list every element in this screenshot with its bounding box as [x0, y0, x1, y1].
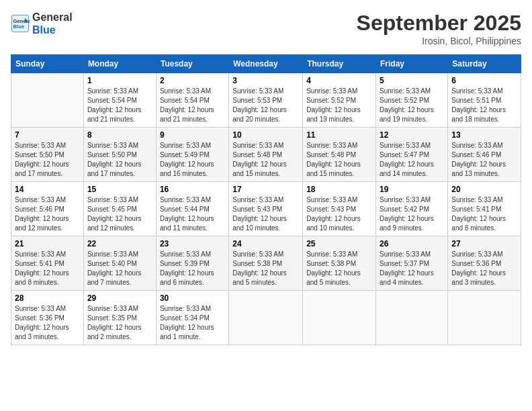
- day-info: Sunrise: 5:33 AM Sunset: 5:52 PM Dayligh…: [380, 87, 444, 124]
- day-info: Sunrise: 5:33 AM Sunset: 5:53 PM Dayligh…: [232, 87, 299, 124]
- day-number: 9: [160, 130, 225, 140]
- day-number: 20: [451, 185, 517, 194]
- day-number: 6: [451, 76, 517, 85]
- day-number: 25: [306, 239, 372, 248]
- day-number: 26: [380, 239, 444, 248]
- day-number: 23: [160, 239, 225, 248]
- calendar-cell: 15Sunrise: 5:33 AM Sunset: 5:45 PM Dayli…: [83, 182, 156, 236]
- calendar-cell: 4Sunrise: 5:33 AM Sunset: 5:52 PM Daylig…: [303, 73, 376, 128]
- day-info: Sunrise: 5:33 AM Sunset: 5:36 PM Dayligh…: [15, 304, 80, 342]
- col-header-saturday: Saturday: [448, 55, 521, 73]
- day-number: 21: [15, 239, 80, 248]
- svg-text:Blue: Blue: [13, 24, 25, 30]
- day-info: Sunrise: 5:33 AM Sunset: 5:44 PM Dayligh…: [160, 195, 225, 233]
- day-info: Sunrise: 5:33 AM Sunset: 5:36 PM Dayligh…: [451, 250, 517, 287]
- calendar-cell: 27Sunrise: 5:33 AM Sunset: 5:36 PM Dayli…: [448, 236, 521, 291]
- page-header: General Blue General Blue September 2025…: [11, 11, 521, 46]
- day-info: Sunrise: 5:33 AM Sunset: 5:40 PM Dayligh…: [87, 250, 152, 287]
- day-number: 24: [232, 239, 299, 248]
- day-number: 28: [15, 293, 80, 303]
- col-header-sunday: Sunday: [11, 55, 84, 73]
- day-info: Sunrise: 5:33 AM Sunset: 5:37 PM Dayligh…: [380, 250, 444, 287]
- day-info: Sunrise: 5:33 AM Sunset: 5:38 PM Dayligh…: [306, 250, 372, 287]
- calendar-cell: 19Sunrise: 5:33 AM Sunset: 5:42 PM Dayli…: [376, 182, 448, 236]
- calendar-cell: 14Sunrise: 5:33 AM Sunset: 5:46 PM Dayli…: [11, 182, 84, 236]
- day-info: Sunrise: 5:33 AM Sunset: 5:41 PM Dayligh…: [451, 195, 517, 233]
- calendar-cell: 8Sunrise: 5:33 AM Sunset: 5:50 PM Daylig…: [83, 128, 156, 182]
- day-info: Sunrise: 5:33 AM Sunset: 5:41 PM Dayligh…: [15, 250, 80, 287]
- logo-text-blue: Blue: [32, 24, 73, 36]
- day-number: 22: [87, 239, 152, 248]
- col-header-monday: Monday: [83, 55, 156, 73]
- day-number: 12: [380, 130, 444, 140]
- day-info: Sunrise: 5:33 AM Sunset: 5:45 PM Dayligh…: [87, 195, 152, 233]
- calendar-week-3: 14Sunrise: 5:33 AM Sunset: 5:46 PM Dayli…: [11, 182, 521, 236]
- day-info: Sunrise: 5:33 AM Sunset: 5:51 PM Dayligh…: [451, 87, 517, 124]
- day-number: 15: [87, 185, 152, 194]
- logo-text-general: General: [32, 11, 73, 24]
- calendar-cell: [303, 291, 376, 345]
- col-header-thursday: Thursday: [303, 55, 376, 73]
- calendar-cell: 18Sunrise: 5:33 AM Sunset: 5:43 PM Dayli…: [303, 182, 376, 236]
- day-info: Sunrise: 5:33 AM Sunset: 5:50 PM Dayligh…: [15, 141, 80, 179]
- day-info: Sunrise: 5:33 AM Sunset: 5:43 PM Dayligh…: [306, 195, 372, 233]
- calendar-cell: 9Sunrise: 5:33 AM Sunset: 5:49 PM Daylig…: [156, 128, 228, 182]
- day-info: Sunrise: 5:33 AM Sunset: 5:39 PM Dayligh…: [160, 250, 225, 287]
- day-info: Sunrise: 5:33 AM Sunset: 5:52 PM Dayligh…: [306, 87, 372, 124]
- day-info: Sunrise: 5:33 AM Sunset: 5:48 PM Dayligh…: [306, 141, 372, 179]
- day-number: 3: [232, 76, 299, 85]
- calendar-cell: 2Sunrise: 5:33 AM Sunset: 5:54 PM Daylig…: [156, 73, 228, 128]
- day-number: 18: [306, 185, 372, 194]
- day-info: Sunrise: 5:33 AM Sunset: 5:38 PM Dayligh…: [232, 250, 299, 287]
- day-number: 27: [451, 239, 517, 248]
- day-number: 17: [232, 185, 299, 194]
- month-title: September 2025: [357, 11, 521, 36]
- day-info: Sunrise: 5:33 AM Sunset: 5:47 PM Dayligh…: [380, 141, 444, 179]
- day-number: 16: [160, 185, 225, 194]
- calendar-table: SundayMondayTuesdayWednesdayThursdayFrid…: [11, 54, 521, 345]
- day-info: Sunrise: 5:33 AM Sunset: 5:46 PM Dayligh…: [451, 141, 517, 179]
- location-subtitle: Irosin, Bicol, Philippines: [357, 36, 521, 46]
- calendar-cell: 26Sunrise: 5:33 AM Sunset: 5:37 PM Dayli…: [376, 236, 448, 291]
- day-info: Sunrise: 5:33 AM Sunset: 5:35 PM Dayligh…: [87, 304, 152, 342]
- day-info: Sunrise: 5:33 AM Sunset: 5:46 PM Dayligh…: [15, 195, 80, 233]
- calendar-cell: 5Sunrise: 5:33 AM Sunset: 5:52 PM Daylig…: [376, 73, 448, 128]
- day-info: Sunrise: 5:33 AM Sunset: 5:50 PM Dayligh…: [87, 141, 152, 179]
- day-info: Sunrise: 5:33 AM Sunset: 5:54 PM Dayligh…: [160, 87, 225, 124]
- calendar-cell: 6Sunrise: 5:33 AM Sunset: 5:51 PM Daylig…: [448, 73, 521, 128]
- day-number: 19: [380, 185, 444, 194]
- calendar-cell: 17Sunrise: 5:33 AM Sunset: 5:43 PM Dayli…: [229, 182, 303, 236]
- calendar-cell: 30Sunrise: 5:33 AM Sunset: 5:34 PM Dayli…: [156, 291, 228, 345]
- calendar-cell: 28Sunrise: 5:33 AM Sunset: 5:36 PM Dayli…: [11, 291, 84, 345]
- calendar-cell: 3Sunrise: 5:33 AM Sunset: 5:53 PM Daylig…: [229, 73, 303, 128]
- day-number: 29: [87, 293, 152, 303]
- day-number: 13: [451, 130, 517, 140]
- calendar-cell: 16Sunrise: 5:33 AM Sunset: 5:44 PM Dayli…: [156, 182, 228, 236]
- col-header-wednesday: Wednesday: [229, 55, 303, 73]
- calendar-cell: 12Sunrise: 5:33 AM Sunset: 5:47 PM Dayli…: [376, 128, 448, 182]
- calendar-week-5: 28Sunrise: 5:33 AM Sunset: 5:36 PM Dayli…: [11, 291, 521, 345]
- calendar-cell: 1Sunrise: 5:33 AM Sunset: 5:54 PM Daylig…: [83, 73, 156, 128]
- calendar-cell: 21Sunrise: 5:33 AM Sunset: 5:41 PM Dayli…: [11, 236, 84, 291]
- logo-icon: General Blue: [11, 14, 30, 33]
- title-block: September 2025 Irosin, Bicol, Philippine…: [357, 11, 521, 46]
- day-info: Sunrise: 5:33 AM Sunset: 5:48 PM Dayligh…: [232, 141, 299, 179]
- calendar-cell: 24Sunrise: 5:33 AM Sunset: 5:38 PM Dayli…: [229, 236, 303, 291]
- day-number: 2: [160, 76, 225, 85]
- day-number: 10: [232, 130, 299, 140]
- day-info: Sunrise: 5:33 AM Sunset: 5:54 PM Dayligh…: [87, 87, 152, 124]
- calendar-week-4: 21Sunrise: 5:33 AM Sunset: 5:41 PM Dayli…: [11, 236, 521, 291]
- calendar-cell: 10Sunrise: 5:33 AM Sunset: 5:48 PM Dayli…: [229, 128, 303, 182]
- day-info: Sunrise: 5:33 AM Sunset: 5:43 PM Dayligh…: [232, 195, 299, 233]
- calendar-week-1: 1Sunrise: 5:33 AM Sunset: 5:54 PM Daylig…: [11, 73, 521, 128]
- col-header-friday: Friday: [376, 55, 448, 73]
- calendar-cell: 29Sunrise: 5:33 AM Sunset: 5:35 PM Dayli…: [83, 291, 156, 345]
- col-header-tuesday: Tuesday: [156, 55, 228, 73]
- calendar-cell: 13Sunrise: 5:33 AM Sunset: 5:46 PM Dayli…: [448, 128, 521, 182]
- day-number: 8: [87, 130, 152, 140]
- calendar-cell: 22Sunrise: 5:33 AM Sunset: 5:40 PM Dayli…: [83, 236, 156, 291]
- day-number: 1: [87, 76, 152, 85]
- day-info: Sunrise: 5:33 AM Sunset: 5:42 PM Dayligh…: [380, 195, 444, 233]
- calendar-cell: [376, 291, 448, 345]
- calendar-cell: 20Sunrise: 5:33 AM Sunset: 5:41 PM Dayli…: [448, 182, 521, 236]
